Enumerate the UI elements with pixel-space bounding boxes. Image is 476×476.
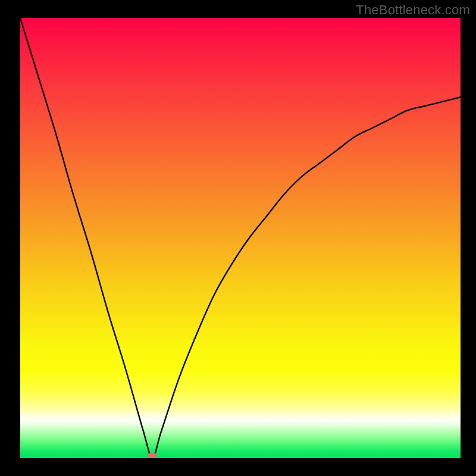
- bottleneck-curve: [20, 18, 461, 458]
- plot-area: [20, 18, 461, 458]
- watermark-text: TheBottleneck.com: [356, 2, 470, 18]
- chart-frame: TheBottleneck.com: [0, 0, 476, 476]
- curve-layer: [20, 18, 461, 458]
